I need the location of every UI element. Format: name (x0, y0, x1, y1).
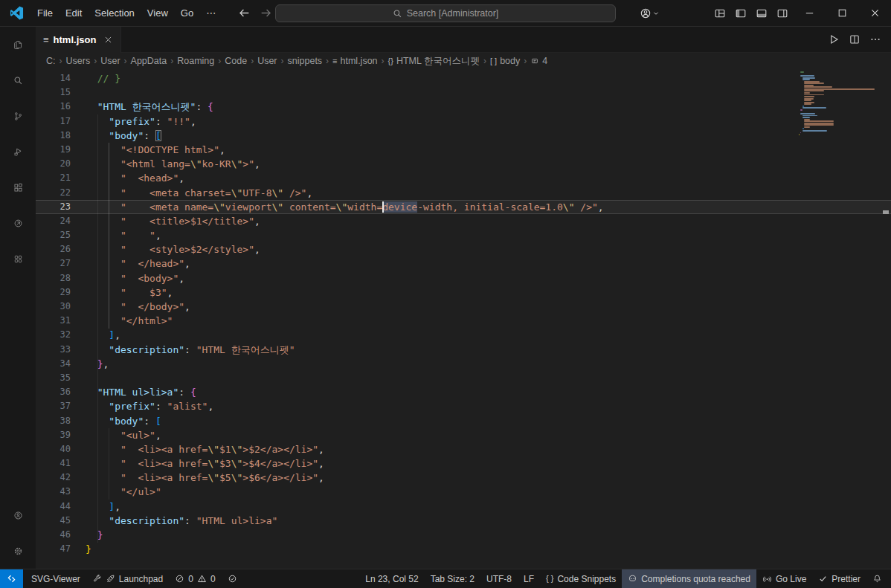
go-live[interactable]: Go Live (756, 569, 812, 588)
code-line-16[interactable]: 16 "HTML 한국어스니펫": { (36, 100, 891, 114)
breadcrumb-item[interactable]: Code (224, 56, 248, 66)
menu-edit[interactable]: Edit (59, 5, 88, 21)
account-icon (13, 511, 23, 520)
menu-more[interactable]: ⋯ (200, 5, 222, 21)
back-button[interactable] (238, 7, 251, 19)
account-button[interactable] (635, 0, 663, 26)
breadcrumb-item[interactable]: AppData (130, 56, 168, 66)
code-line-23[interactable]: 23 " <meta name=\"viewport\" content=\"w… (36, 200, 891, 214)
code-line-31[interactable]: 31 "</html>" (36, 314, 891, 328)
minimap[interactable] (799, 71, 881, 136)
source-control-button[interactable] (0, 98, 36, 134)
code-line-36[interactable]: 36 "HTML ul>li>a": { (36, 385, 891, 399)
breadcrumb-item[interactable]: [ ]body (489, 56, 521, 66)
account-button[interactable] (0, 497, 36, 533)
activity-bar (0, 27, 36, 569)
search-button[interactable] (0, 62, 36, 98)
code-line-32[interactable]: 32 ], (36, 328, 891, 342)
code-line-34[interactable]: 34 }, (36, 357, 891, 371)
run-debug-button[interactable] (0, 134, 36, 169)
encoding[interactable]: UTF-8 (480, 569, 518, 588)
code-line-20[interactable]: 20 "<html lang=\"ko-KR\">", (36, 157, 891, 171)
menu-view[interactable]: View (141, 5, 174, 21)
more-button[interactable] (866, 27, 885, 52)
code-line-29[interactable]: 29 " $3", (36, 285, 891, 300)
breadcrumb-item[interactable]: Users (65, 56, 91, 66)
toggle-panel-button[interactable] (751, 0, 772, 26)
close-button[interactable] (858, 0, 891, 26)
cursor-position[interactable]: Ln 23, Col 52 (359, 569, 424, 588)
code-line-45[interactable]: 45 "description": "HTML ul>li>a" (36, 514, 891, 528)
remote-indicator[interactable] (0, 569, 23, 588)
code-line-19[interactable]: 19 "<!DOCTYPE html>", (36, 143, 891, 157)
breadcrumb-item[interactable]: User (257, 56, 277, 66)
code-line-26[interactable]: 26 " <style>$2</style>", (36, 242, 891, 256)
notifications[interactable] (866, 569, 888, 588)
code-line-38[interactable]: 38 "body": [ (36, 414, 891, 428)
code-line-15[interactable]: 15 (36, 85, 891, 100)
minimize-button[interactable] (793, 0, 826, 26)
code-content[interactable]: 14 // }1516 "HTML 한국어스니펫": {17 "prefix":… (36, 69, 891, 569)
code-line-41[interactable]: 41 " <li><a href=\"$3\">$4</a></li>", (36, 456, 891, 471)
json-file-icon: ≡ (43, 34, 49, 45)
code-line-40[interactable]: 40 " <li><a href=\"$1\">$2</a></li>", (36, 442, 891, 456)
code-line-46[interactable]: 46 } (36, 528, 891, 542)
breadcrumb-item[interactable]: snippets (287, 56, 324, 66)
remote-explorer-button[interactable] (0, 205, 36, 241)
maximize-button[interactable] (826, 0, 858, 26)
svg-viewer[interactable]: SVG-Viewer (25, 569, 86, 588)
code-line-28[interactable]: 28 " <body>", (36, 271, 891, 285)
code-line-43[interactable]: 43 "</ul>" (36, 485, 891, 499)
eol[interactable]: LF (518, 569, 540, 588)
code-line-33[interactable]: 33 "description": "HTML 한국어스니펫" (36, 343, 891, 357)
checks[interactable] (222, 569, 243, 588)
code-line-47[interactable]: 47} (36, 542, 891, 556)
code-line-42[interactable]: 42 " <li><a href=\"$5\">$6</a></li>", (36, 471, 891, 485)
apps-grid-button[interactable] (0, 241, 36, 277)
close-tab-button[interactable] (103, 35, 113, 45)
code-editor[interactable]: 14 // }1516 "HTML 한국어스니펫": {17 "prefix":… (36, 69, 891, 569)
split-editor-button[interactable] (845, 27, 864, 52)
explorer-button[interactable] (0, 27, 36, 62)
menu-go[interactable]: Go (175, 5, 199, 21)
copilot-status[interactable]: Completions quota reached (622, 569, 756, 588)
indentation[interactable]: Tab Size: 2 (425, 569, 480, 588)
breadcrumb-item[interactable]: C: (45, 56, 57, 66)
code-line-44[interactable]: 44 ], (36, 500, 891, 514)
run-button[interactable] (824, 27, 843, 52)
tab-html-json[interactable]: ≡html.json (36, 27, 121, 53)
problems[interactable]: 00 (169, 569, 221, 588)
launchpad[interactable]: Launchpad (86, 569, 169, 588)
customize-layout-button[interactable] (710, 0, 730, 26)
code-line-25[interactable]: 25 " ", (36, 228, 891, 242)
code-line-37[interactable]: 37 "prefix": "alist", (36, 399, 891, 413)
breadcrumb-item[interactable]: ≡html.json (332, 56, 378, 66)
code-line-24[interactable]: 24 " <title>$1</title>", (36, 214, 891, 228)
breadcrumb-item[interactable]: 4 (530, 56, 548, 66)
language-mode[interactable]: { }Code Snippets (540, 569, 622, 588)
settings-gear-button[interactable] (0, 533, 36, 569)
code-line-17[interactable]: 17 "prefix": "!!", (36, 114, 891, 129)
breadcrumb-item[interactable]: Roaming (176, 56, 215, 66)
extensions-button[interactable] (0, 169, 36, 205)
prettier[interactable]: Prettier (812, 569, 866, 588)
toggle-sidebar-left-button[interactable] (730, 0, 751, 26)
code-line-14[interactable]: 14 // } (36, 71, 891, 85)
line-number: 37 (36, 399, 71, 413)
code-line-30[interactable]: 30 " </body>", (36, 300, 891, 314)
code-line-21[interactable]: 21 " <head>", (36, 171, 891, 185)
search-input[interactable]: Search [Administrator] (275, 4, 616, 22)
code-line-35[interactable]: 35 (36, 371, 891, 385)
menu-selection[interactable]: Selection (89, 5, 140, 21)
code-line-27[interactable]: 27 " </head>", (36, 256, 891, 271)
breadcrumb-item[interactable]: {}HTML 한국어스니펫 (387, 55, 480, 68)
menu-file[interactable]: File (31, 5, 59, 21)
vscode-logo-icon[interactable] (10, 6, 24, 20)
breadcrumb-item[interactable]: User (100, 56, 120, 66)
toggle-sidebar-right-button[interactable] (772, 0, 793, 26)
forward-button[interactable] (260, 7, 272, 19)
code-line-18[interactable]: 18 "body": [ (36, 129, 891, 143)
code-line-22[interactable]: 22 " <meta charset=\"UTF-8\" />", (36, 186, 891, 200)
code-line-39[interactable]: 39 "<ul>", (36, 428, 891, 442)
overview-ruler[interactable] (881, 69, 891, 569)
